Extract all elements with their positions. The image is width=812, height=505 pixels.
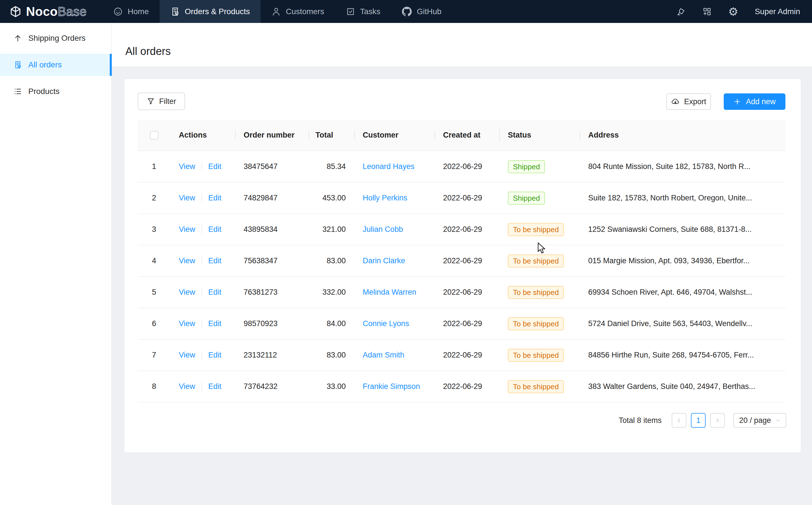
row-select-cell: 8: [138, 382, 170, 391]
customer-cell: Connie Lyons: [354, 319, 435, 328]
edit-link[interactable]: Edit: [208, 162, 222, 171]
page-1-button[interactable]: 1: [691, 413, 706, 428]
edit-link[interactable]: Edit: [208, 319, 222, 328]
edit-link[interactable]: Edit: [208, 382, 222, 391]
header-select-cell: [138, 131, 170, 140]
nav-tab-github[interactable]: GitHub: [391, 0, 452, 23]
prev-page-button[interactable]: [672, 413, 687, 428]
row-index: 1: [152, 162, 156, 171]
row-actions-cell: View Edit: [170, 225, 235, 234]
nav-tab-label: Orders & Products: [185, 7, 250, 16]
total-cell: 83.00: [309, 351, 354, 359]
view-link[interactable]: View: [179, 382, 195, 391]
row-select-cell: 7: [138, 351, 170, 359]
nocobase-logo[interactable]: NocoBase: [0, 0, 86, 23]
status-cell: To be shipped: [499, 223, 580, 236]
status-badge: To be shipped: [508, 286, 564, 299]
sidebar-item-shipping-orders[interactable]: Shipping Orders: [0, 27, 111, 49]
actions-divider: [202, 351, 202, 359]
plus-icon: [733, 98, 741, 106]
status-badge: To be shipped: [508, 317, 564, 330]
edit-link[interactable]: Edit: [208, 194, 222, 202]
status-badge: To be shipped: [508, 380, 564, 393]
logo-text: NocoBase: [26, 5, 86, 19]
table-row: 6 View Edit 98570923 84.00 Connie Lyons …: [138, 308, 786, 340]
table-row: 3 View Edit 43895834 321.00 Julian Cobb …: [138, 214, 786, 245]
next-page-button[interactable]: [710, 413, 725, 428]
nav-tab-orders-products[interactable]: Orders & Products: [160, 0, 261, 23]
nav-tab-tasks[interactable]: Tasks: [335, 0, 391, 23]
view-link[interactable]: View: [179, 351, 195, 359]
order-number-cell: 75638347: [235, 257, 309, 265]
highlighter-icon[interactable]: [676, 7, 686, 16]
nocobase-cube-icon: [9, 5, 22, 18]
created-at-cell: 2022-06-29: [435, 319, 499, 328]
customer-link[interactable]: Holly Perkins: [363, 194, 408, 202]
page-size-select[interactable]: 20 / page: [733, 413, 786, 428]
chevron-left-icon: [676, 417, 682, 423]
customer-link[interactable]: Adam Smith: [363, 351, 404, 359]
plugin-blocks-icon[interactable]: [702, 7, 712, 16]
customer-cell: Julian Cobb: [354, 225, 435, 234]
view-link[interactable]: View: [179, 319, 195, 328]
page-title: All orders: [125, 45, 171, 57]
add-new-button[interactable]: Add new: [724, 94, 785, 110]
total-cell: 84.00: [309, 319, 354, 328]
filter-funnel-icon: [147, 98, 155, 105]
nav-tab-home[interactable]: Home: [102, 0, 160, 23]
arrow-up-icon: [14, 34, 22, 42]
check-square-icon: [346, 7, 355, 16]
person-icon: [271, 7, 281, 16]
pagination: Total 8 items 1 20 / page: [619, 413, 786, 428]
view-link[interactable]: View: [179, 288, 195, 297]
row-index: 7: [152, 351, 156, 359]
view-link[interactable]: View: [179, 257, 195, 265]
settings-gear-icon[interactable]: ⚙: [728, 6, 739, 17]
sidebar-item-products[interactable]: Products: [0, 80, 111, 103]
table-row: 4 View Edit 75638347 83.00 Darin Clarke …: [138, 245, 786, 277]
total-cell: 85.34: [309, 162, 354, 171]
customer-link[interactable]: Connie Lyons: [363, 319, 409, 328]
edit-link[interactable]: Edit: [208, 257, 222, 265]
sidebar-item-all-orders[interactable]: All orders: [0, 54, 111, 76]
chevron-down-icon: [776, 418, 781, 423]
row-select-cell: 6: [138, 319, 170, 328]
edit-link[interactable]: Edit: [208, 225, 222, 234]
actions-divider: [202, 288, 202, 297]
cloud-download-icon: [671, 98, 680, 106]
nav-tab-label: Tasks: [360, 7, 380, 16]
customer-link[interactable]: Frankie Simpson: [363, 382, 420, 391]
list-icon: [14, 87, 22, 96]
user-menu[interactable]: Super Admin: [755, 7, 800, 16]
filter-button[interactable]: Filter: [138, 93, 185, 110]
top-navbar: NocoBase Home: [0, 0, 812, 23]
row-index: 5: [152, 288, 156, 297]
edit-link[interactable]: Edit: [208, 288, 222, 297]
actions-divider: [202, 320, 202, 328]
nav-tab-customers[interactable]: Customers: [261, 0, 335, 23]
row-index: 8: [152, 382, 156, 391]
customer-cell: Holly Perkins: [354, 194, 435, 202]
header-total: Total: [309, 131, 354, 140]
total-cell: 332.00: [309, 288, 354, 297]
status-badge: To be shipped: [508, 223, 564, 236]
page-size-value: 20 / page: [739, 416, 771, 425]
order-number-cell: 43895834: [235, 225, 309, 234]
customer-link[interactable]: Darin Clarke: [363, 257, 405, 265]
select-all-checkbox[interactable]: [150, 131, 159, 140]
view-link[interactable]: View: [179, 162, 195, 171]
nav-tabs: Home Orders & Products: [102, 0, 452, 23]
logo-noco: Noco: [26, 5, 58, 19]
edit-link[interactable]: Edit: [208, 351, 222, 359]
order-number-cell: 98570923: [235, 319, 309, 328]
address-cell: 5724 Daniel Drive, Suite 563, 54403, Wen…: [580, 319, 767, 328]
customer-link[interactable]: Melinda Warren: [363, 288, 417, 296]
row-index: 4: [152, 257, 156, 265]
view-link[interactable]: View: [179, 225, 195, 234]
customer-link[interactable]: Leonard Hayes: [363, 162, 415, 171]
customer-link[interactable]: Julian Cobb: [363, 225, 403, 233]
sidebar-item-label: Products: [28, 87, 60, 96]
view-link[interactable]: View: [179, 194, 195, 202]
export-button[interactable]: Export: [666, 94, 711, 110]
orders-card: Filter Export: [124, 79, 801, 452]
